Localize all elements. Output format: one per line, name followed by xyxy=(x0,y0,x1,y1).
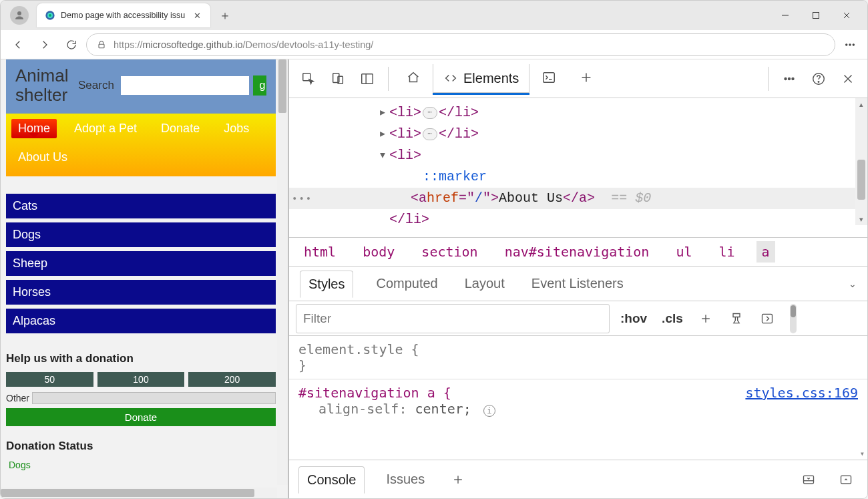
styles-tab-listeners[interactable]: Event Listeners xyxy=(527,272,628,295)
nav-about[interactable]: About Us xyxy=(11,148,74,167)
forward-button[interactable] xyxy=(33,33,57,57)
devtools-toolbar: Elements xyxy=(289,59,867,98)
styles-tab-styles[interactable]: Styles xyxy=(300,271,353,298)
category-item[interactable]: Cats xyxy=(6,194,276,218)
help-icon[interactable] xyxy=(805,65,833,93)
brush-icon[interactable] xyxy=(724,307,748,331)
dom-node-selected[interactable]: <a href="/">About Us</a> == $0 xyxy=(289,188,867,209)
crumb[interactable]: li xyxy=(713,241,740,263)
site-navigation: Home Adopt a Pet Donate Jobs About Us xyxy=(6,114,276,176)
crumb-active[interactable]: a xyxy=(756,241,775,263)
svg-rect-5 xyxy=(813,13,819,19)
settings-menu-button[interactable] xyxy=(838,33,862,57)
svg-point-23 xyxy=(792,77,794,79)
dom-node[interactable]: ▾<li> xyxy=(376,145,867,166)
address-bar[interactable]: https://microsoftedge.github.io/Demos/de… xyxy=(86,33,835,56)
other-label: Other xyxy=(6,393,29,403)
donate-button[interactable]: Donate xyxy=(6,408,276,426)
svg-point-9 xyxy=(846,43,847,45)
new-tool-tab[interactable] xyxy=(568,63,604,94)
dom-tree-panel: ▸<li>⋯</li> ▸<li>⋯</li> ▾<li> ::marker <… xyxy=(289,98,867,237)
toggle-hov[interactable]: :hov xyxy=(616,309,651,329)
more-tools-icon[interactable] xyxy=(775,65,803,93)
nav-home[interactable]: Home xyxy=(11,119,57,138)
elements-tab[interactable]: Elements xyxy=(433,64,529,95)
svg-rect-8 xyxy=(99,44,104,47)
inspect-element-icon[interactable] xyxy=(294,65,322,93)
profile-avatar[interactable] xyxy=(10,6,29,25)
close-devtools-icon[interactable] xyxy=(834,65,862,93)
search-go-button[interactable]: g xyxy=(253,75,266,96)
styles-filter-input[interactable]: Filter xyxy=(296,304,610,333)
tab-close-icon[interactable]: ✕ xyxy=(192,10,202,21)
refresh-button[interactable] xyxy=(59,33,83,57)
svg-point-0 xyxy=(17,11,21,15)
dom-node[interactable]: ▸<li>⋯</li> xyxy=(376,102,867,124)
dom-breadcrumb: html body section nav#sitenavigation ul … xyxy=(289,237,867,267)
device-toolbar-icon[interactable] xyxy=(324,65,352,93)
svg-point-3 xyxy=(49,14,51,17)
svg-point-10 xyxy=(849,43,851,45)
crumb[interactable]: nav#sitenavigation xyxy=(499,241,655,263)
category-item[interactable]: Alpacas xyxy=(6,309,276,333)
window-titlebar: Demo page with accessibility issu ✕ ＋ xyxy=(1,1,867,30)
url-text: https://microsoftedge.github.io/Demos/de… xyxy=(114,39,825,50)
amount-option[interactable]: 50 xyxy=(6,372,93,387)
styles-rules[interactable]: element.style { } #sitenavigation a { st… xyxy=(289,336,867,460)
drawer-expand-icon[interactable] xyxy=(834,468,858,492)
drawer-tab-issues[interactable]: Issues xyxy=(378,466,433,492)
toggle-cls[interactable]: .cls xyxy=(658,309,687,329)
crumb[interactable]: html xyxy=(298,241,341,263)
browser-tab[interactable]: Demo page with accessibility issu ✕ xyxy=(37,3,210,27)
source-link[interactable]: styles.css:169 xyxy=(745,385,858,401)
amount-option[interactable]: 100 xyxy=(97,372,185,387)
edge-favicon-icon xyxy=(45,10,55,21)
donation-heading: Help us with a donation xyxy=(6,352,276,365)
computed-panel-icon[interactable] xyxy=(755,307,779,331)
nav-donate[interactable]: Donate xyxy=(154,119,206,138)
crumb[interactable]: section xyxy=(416,241,483,263)
svg-point-22 xyxy=(789,77,791,79)
chevron-down-icon[interactable]: ⌄ xyxy=(849,279,857,289)
nav-jobs[interactable]: Jobs xyxy=(217,119,256,138)
page-header: Animal shelter Search g xyxy=(6,59,276,114)
new-style-rule-icon[interactable] xyxy=(694,307,718,331)
browser-toolbar: https://microsoftedge.github.io/Demos/de… xyxy=(1,30,867,59)
dom-pseudo[interactable]: ::marker xyxy=(376,166,867,188)
horizontal-scrollbar[interactable] xyxy=(1,488,277,498)
back-button[interactable] xyxy=(6,33,30,57)
styles-scrollbar[interactable] xyxy=(790,304,797,333)
category-item[interactable]: Sheep xyxy=(6,251,276,276)
vertical-scrollbar[interactable] xyxy=(277,59,288,485)
svg-point-11 xyxy=(853,43,854,45)
add-drawer-tab-icon[interactable] xyxy=(446,468,470,492)
styles-tab-computed[interactable]: Computed xyxy=(372,272,441,295)
crumb[interactable]: ul xyxy=(670,241,697,263)
amount-option[interactable]: 200 xyxy=(188,372,276,387)
console-tab-header[interactable] xyxy=(531,63,567,94)
dom-node[interactable]: ▸<li>⋯</li> xyxy=(376,124,867,145)
info-icon[interactable]: i xyxy=(483,405,495,417)
svg-point-21 xyxy=(785,77,787,79)
dom-node[interactable]: </li> xyxy=(376,209,867,230)
svg-rect-30 xyxy=(762,314,772,323)
window-close-button[interactable] xyxy=(831,5,862,26)
window-maximize-button[interactable] xyxy=(801,5,831,26)
welcome-tab[interactable] xyxy=(395,63,431,94)
svg-rect-15 xyxy=(362,73,373,84)
nav-adopt[interactable]: Adopt a Pet xyxy=(67,119,144,138)
new-tab-button[interactable]: ＋ xyxy=(214,5,236,26)
category-item[interactable]: Dogs xyxy=(6,222,276,247)
crumb[interactable]: body xyxy=(357,241,400,263)
category-item[interactable]: Horses xyxy=(6,280,276,305)
drawer-tab-console[interactable]: Console xyxy=(298,466,365,494)
window-minimize-button[interactable] xyxy=(770,5,801,26)
drawer-dock-icon[interactable] xyxy=(797,468,821,492)
styles-tab-layout[interactable]: Layout xyxy=(461,272,509,295)
search-label: Search xyxy=(78,79,114,92)
dom-scrollbar[interactable]: ▴▾ xyxy=(855,98,867,225)
styles-sidebar: Styles Computed Layout Event Listeners ⌄… xyxy=(289,267,867,460)
other-amount-input[interactable] xyxy=(32,392,276,404)
dock-side-icon[interactable] xyxy=(353,65,381,93)
search-input[interactable] xyxy=(121,76,249,95)
